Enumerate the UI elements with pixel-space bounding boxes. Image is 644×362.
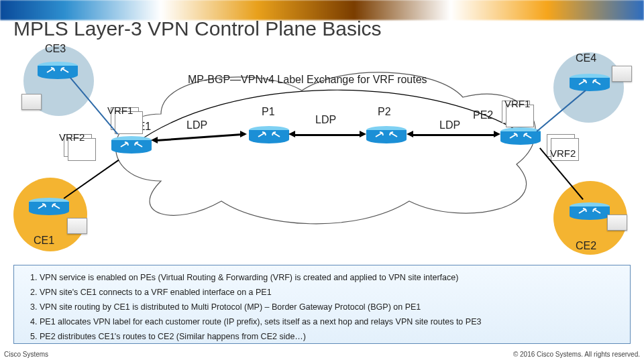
arrowhead-icon [494, 131, 500, 137]
svg-point-13 [570, 212, 610, 220]
ldp-label: LDP [315, 114, 336, 126]
ce4-label: CE4 [576, 52, 596, 64]
pe2-vrf2-label: VRF2 [550, 147, 576, 159]
note-item: PE2 distributes CE1's routes to CE2 (Sim… [40, 331, 618, 343]
site-thumbnail [607, 215, 627, 231]
ce3-label: CE3 [45, 43, 66, 55]
pe2-router-icon [500, 127, 541, 145]
svg-point-7 [570, 83, 610, 91]
svg-point-22 [249, 135, 289, 143]
ce2-label: CE2 [576, 240, 596, 252]
site-thumbnail [21, 94, 42, 110]
notes-box: VPN service is enabled on PEs (Virtual R… [13, 265, 631, 344]
svg-point-25 [366, 135, 407, 143]
arrowhead-icon [407, 131, 413, 137]
slide-title: MPLS Layer-3 VPN Control Plane Basics [13, 17, 382, 40]
mpbgp-caption: MP-BGP—VPNv4 Label Exchange for VRF rout… [188, 74, 427, 86]
footer-left: Cisco Systems [4, 351, 48, 358]
pe1-router-icon [111, 136, 152, 154]
p2-router-icon [366, 126, 407, 143]
ldp-link [294, 134, 361, 136]
topology-diagram: MP-BGP—VPNv4 Label Exchange for VRF rout… [0, 47, 644, 248]
note-item: VPN service is enabled on PEs (Virtual R… [40, 272, 618, 284]
arrowhead-icon [288, 131, 295, 137]
note-item: VPN site routing by CE1 is distributed t… [40, 302, 618, 313]
router-icon [37, 62, 78, 79]
slide: MPLS Layer-3 VPN Control Plane Basics MP… [0, 0, 644, 362]
pe1-vrf1-label: VRF1 [107, 105, 133, 116]
pe2-vrf1-label: VRF1 [504, 98, 530, 109]
pe2-label: PE2 [473, 109, 493, 121]
arrowhead-icon [240, 131, 247, 137]
router-icon [569, 74, 610, 91]
router-icon [569, 202, 610, 220]
p1-label: P1 [262, 106, 275, 118]
arrowhead-icon [360, 131, 366, 137]
svg-point-16 [111, 145, 152, 154]
svg-point-19 [500, 137, 541, 145]
ce1-label: CE1 [34, 235, 54, 247]
p1-router-icon [248, 126, 290, 143]
site-thumbnail [67, 218, 87, 234]
ldp-label: LDP [439, 119, 460, 131]
note-item: PE1 allocates VPN label for each custome… [40, 316, 618, 328]
svg-point-10 [29, 207, 69, 215]
router-icon [28, 198, 70, 215]
ldp-link [412, 134, 495, 136]
arrowhead-icon [151, 137, 158, 143]
ldp-label: LDP [186, 119, 207, 131]
pe1-vrf2-label: VRF2 [59, 131, 85, 143]
footer-right: © 2016 Cisco Systems. All rights reserve… [513, 351, 640, 358]
p2-label: P2 [378, 106, 391, 118]
note-item: VPN site's CE1 connects to a VRF enabled… [40, 287, 618, 298]
site-thumbnail [612, 66, 632, 82]
